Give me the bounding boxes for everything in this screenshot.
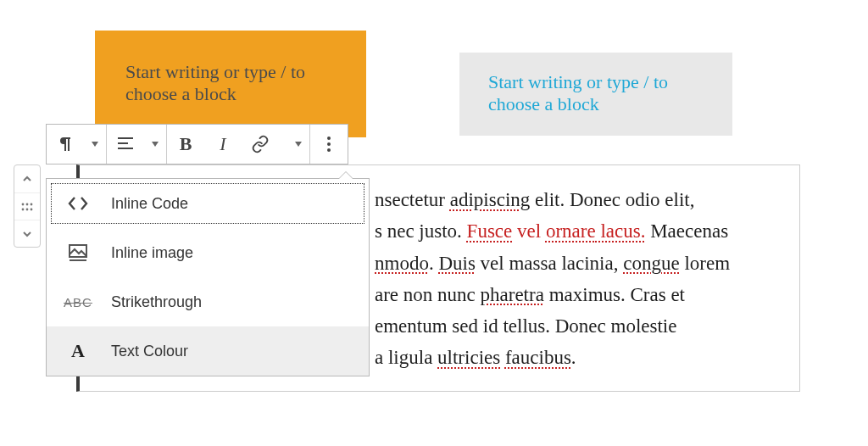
para-text: adipiscing	[450, 189, 531, 210]
drag-icon	[21, 203, 33, 211]
toolbar-type-group	[47, 125, 107, 164]
caret-down-icon	[295, 142, 302, 147]
align-dropdown[interactable]	[144, 125, 166, 164]
menu-item-label: Text Colour	[111, 343, 188, 360]
svg-point-3	[22, 208, 25, 210]
caret-down-icon	[152, 142, 159, 147]
svg-marker-11	[295, 142, 302, 147]
strike-icon: ABC	[65, 295, 91, 309]
move-up-button[interactable]	[14, 165, 40, 192]
paragraph-icon	[57, 136, 74, 153]
para-text: Maecenas	[645, 220, 728, 242]
toolbar-more-group	[310, 125, 348, 164]
image-icon	[65, 244, 91, 261]
block-toolbar: B I	[46, 124, 348, 164]
chevron-down-icon	[22, 229, 32, 239]
menu-item-label: Inline image	[111, 244, 193, 262]
para-text: pharetra	[481, 284, 544, 305]
placeholder-grey[interactable]: Start writing or type / to choose a bloc…	[459, 53, 732, 136]
svg-point-0	[22, 203, 25, 205]
block-movers	[14, 164, 41, 248]
bold-button[interactable]: B	[167, 125, 204, 164]
align-button[interactable]	[107, 125, 144, 164]
svg-point-2	[31, 203, 33, 205]
para-text: vel massa lacinia,	[476, 253, 623, 274]
more-vertical-icon	[326, 136, 331, 153]
para-text: lorem	[680, 253, 730, 274]
canvas: Start writing or type / to choose a bloc…	[0, 0, 868, 446]
para-text: .	[429, 253, 439, 274]
para-text: nsectetur	[375, 189, 450, 210]
menu-item-inline-code[interactable]: Inline Code	[47, 179, 369, 228]
code-icon	[65, 196, 91, 211]
para-text-red: vel	[512, 220, 546, 242]
block-type-dropdown[interactable]	[84, 125, 106, 164]
para-text: elit. Donec odio elit,	[530, 189, 694, 210]
placeholder-orange[interactable]: Start writing or type / to choose a bloc…	[95, 31, 366, 137]
menu-item-strikethrough[interactable]: ABC Strikethrough	[47, 277, 369, 326]
svg-point-4	[26, 208, 29, 210]
svg-marker-10	[152, 142, 159, 147]
para-text: a ligula	[375, 347, 437, 368]
para-text-red: ornare	[546, 220, 596, 242]
para-text-red: lacus.	[596, 220, 646, 242]
para-text: nmodo	[375, 253, 429, 274]
format-dropdown[interactable]	[287, 125, 309, 164]
link-icon	[251, 135, 270, 153]
toolbar-format-group: B I	[167, 125, 310, 164]
link-button[interactable]	[242, 125, 279, 164]
chevron-up-icon	[22, 174, 32, 184]
menu-item-label: Inline Code	[111, 195, 188, 213]
menu-item-label: Strikethrough	[111, 293, 202, 311]
para-text-red: Fusce	[467, 220, 513, 242]
separator	[279, 125, 287, 164]
svg-point-13	[327, 142, 331, 146]
para-text: Duis	[438, 253, 475, 274]
svg-marker-6	[92, 142, 98, 147]
italic-button[interactable]: I	[204, 125, 242, 164]
para-text: maximus. Cras et	[544, 284, 685, 305]
para-text: s nec justo.	[375, 220, 467, 242]
toolbar-align-group	[107, 125, 167, 164]
svg-point-1	[26, 203, 29, 205]
caret-down-icon	[92, 142, 98, 147]
text-color-icon: A	[65, 340, 91, 362]
block-type-button[interactable]	[47, 125, 84, 164]
svg-point-14	[327, 148, 331, 152]
menu-item-inline-image[interactable]: Inline image	[47, 228, 369, 277]
para-text: ementum sed id tellus. Donec molestie	[375, 315, 676, 337]
align-left-icon	[117, 137, 134, 152]
more-button[interactable]	[310, 125, 348, 164]
svg-point-5	[31, 208, 33, 210]
para-text: are non nunc	[375, 284, 481, 305]
para-text: ultricies	[437, 347, 500, 368]
svg-point-12	[327, 137, 331, 140]
para-text: congue	[623, 253, 679, 274]
menu-item-text-colour[interactable]: A Text Colour	[47, 326, 369, 376]
drag-handle[interactable]	[14, 192, 40, 220]
format-dropdown-menu: Inline Code Inline image ABC Strikethrou…	[46, 178, 370, 376]
move-down-button[interactable]	[14, 220, 40, 247]
para-text: faucibus	[505, 347, 571, 368]
para-text: .	[571, 347, 576, 368]
